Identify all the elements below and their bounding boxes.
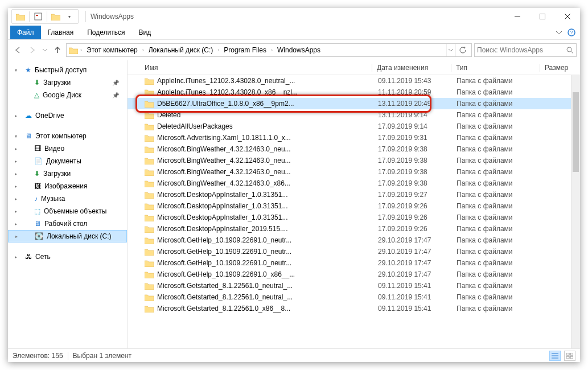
folder-icon	[145, 168, 154, 176]
col-type[interactable]: Тип	[451, 64, 540, 72]
help-icon[interactable]: ?	[568, 28, 575, 36]
qat-dropdown-icon[interactable]: ▾	[63, 11, 76, 22]
forward-button[interactable]	[26, 44, 39, 56]
tree-music[interactable]: ▸♪Музыка	[8, 192, 127, 205]
tree-downloads-pc[interactable]: ▸⬇Загрузки	[8, 167, 127, 180]
col-size[interactable]: Размер	[540, 64, 580, 72]
minimize-button[interactable]	[505, 8, 530, 25]
folder-icon	[145, 89, 154, 96]
folder-icon	[145, 191, 154, 199]
col-date[interactable]: Дата изменения	[372, 64, 451, 72]
column-headers: Имя Дата изменения Тип Размер	[128, 60, 580, 75]
navigation-pane: ▾★Быстрый доступ ⬇Загрузки △Google Диск …	[8, 60, 128, 348]
close-button[interactable]	[555, 8, 580, 25]
tab-view[interactable]: Вид	[131, 26, 158, 39]
breadcrumb-pf[interactable]: Program Files	[221, 44, 269, 56]
file-row[interactable]: Microsoft.GetHelp_10.1909.22691.0_neutr.…	[128, 257, 580, 269]
drive-icon: 💽	[35, 232, 43, 240]
file-name: Microsoft.BingWeather_4.32.12463.0_neu..…	[157, 168, 291, 176]
tree-network[interactable]: ▸🖧Сеть	[8, 250, 127, 263]
breadcrumb-root[interactable]: Этот компьютер	[84, 44, 140, 56]
tab-share[interactable]: Поделиться	[80, 26, 131, 39]
breadcrumb-drive[interactable]: Локальный диск (C:)	[146, 44, 216, 56]
address-bar[interactable]: › Этот компьютер› Локальный диск (C:)› P…	[66, 43, 472, 57]
address-dropdown[interactable]	[446, 44, 454, 56]
search-input[interactable]: Поиск: WindowsApps	[474, 43, 577, 57]
up-button[interactable]	[51, 44, 64, 56]
file-date: 09.11.2019 15:43	[373, 77, 452, 85]
tree-pictures[interactable]: ▸🖼Изображения	[8, 180, 127, 192]
file-row[interactable]: Microsoft.BingWeather_4.32.12463.0_x86..…	[128, 178, 580, 189]
tab-file[interactable]: Файл	[10, 26, 41, 39]
tree-c-drive[interactable]: ▸💽Локальный диск (C:)	[8, 230, 127, 242]
tree-quick-access[interactable]: ▾★Быстрый доступ	[8, 64, 127, 76]
file-row[interactable]: Microsoft.Getstarted_8.1.22561.0_neutral…	[128, 280, 580, 291]
file-name: Microsoft.DesktopAppInstaller_1.0.31351.…	[157, 213, 287, 221]
file-row[interactable]: Microsoft.DesktopAppInstaller_1.0.31351.…	[128, 200, 580, 212]
file-row[interactable]: Microsoft.GetHelp_10.1909.22691.0_neutr.…	[128, 235, 580, 246]
tree-onedrive[interactable]: ▸☁OneDrive	[8, 109, 127, 122]
status-count: 155	[52, 352, 63, 360]
file-type: Папка с файлами	[452, 236, 540, 244]
window-controls	[505, 8, 580, 25]
file-row[interactable]: Microsoft.DesktopAppInstaller_1.0.31351.…	[128, 212, 580, 223]
tab-home[interactable]: Главная	[41, 26, 81, 39]
folder-icon	[145, 112, 154, 119]
back-button[interactable]	[11, 44, 24, 56]
col-name[interactable]: Имя	[140, 64, 372, 72]
file-row[interactable]: Microsoft.BingWeather_4.32.12463.0_neu..…	[128, 166, 580, 178]
tree-3d-objects[interactable]: ▸⬚Объемные объекты	[8, 205, 127, 217]
file-date: 11.11.2019 20:59	[373, 88, 452, 96]
folder-icon	[145, 146, 154, 153]
file-type: Папка с файлами	[452, 134, 540, 142]
view-icons-button[interactable]	[564, 351, 575, 361]
file-row[interactable]: D5BE6627.UltraOffice_1.0.8.0_x86__9pm2..…	[128, 98, 580, 109]
file-name: Microsoft.DesktopAppInstaller_2019.515..…	[157, 225, 287, 233]
file-row[interactable]: DeletedAllUserPackages17.09.2019 9:14Пап…	[128, 121, 580, 132]
tree-desktop[interactable]: ▸🖥Рабочий стол	[8, 217, 127, 230]
file-date: 13.11.2019 9:14	[373, 111, 452, 119]
ribbon-expand[interactable]: ?	[552, 26, 580, 39]
file-row[interactable]: Microsoft.GetHelp_10.1909.22691.0_x86__.…	[128, 269, 580, 280]
view-details-button[interactable]	[549, 351, 561, 361]
file-type: Папка с файлами	[452, 259, 540, 267]
content-pane: Имя Дата изменения Тип Размер AppleInc.i…	[128, 60, 580, 348]
properties-icon[interactable]	[32, 11, 44, 22]
file-name: Microsoft.DesktopAppInstaller_1.0.31351.…	[157, 191, 287, 199]
scrollbar[interactable]	[571, 75, 580, 348]
svg-rect-2	[515, 17, 520, 17]
file-row[interactable]: Microsoft.BingWeather_4.32.12463.0_neu..…	[128, 143, 580, 155]
svg-rect-3	[540, 14, 545, 19]
tree-google-drive[interactable]: △Google Диск	[8, 89, 127, 101]
tree-video[interactable]: ▸🎞Видео	[8, 142, 127, 155]
file-date: 17.09.2019 9:26	[373, 225, 452, 233]
breadcrumb-current[interactable]: WindowsApps	[275, 44, 323, 56]
svg-rect-0	[35, 13, 42, 20]
file-row[interactable]: AppleInc.iTunes_12102.3.43028.0_neutral_…	[128, 75, 580, 87]
file-row[interactable]: Microsoft.Advertising.Xaml_10.1811.1.0_x…	[128, 132, 580, 143]
refresh-button[interactable]	[455, 44, 469, 56]
file-row[interactable]: Deleted13.11.2019 9:14Папка с файлами	[128, 109, 580, 121]
history-dropdown[interactable]	[41, 44, 49, 56]
file-name: Microsoft.BingWeather_4.32.12463.0_x86..…	[157, 179, 290, 187]
file-row[interactable]: Microsoft.Getstarted_8.1.22561.0_neutral…	[128, 291, 580, 303]
tree-downloads[interactable]: ⬇Загрузки	[8, 76, 127, 89]
maximize-button[interactable]	[530, 8, 555, 25]
file-row[interactable]: Microsoft.GetHelp_10.1909.22691.0_neutr.…	[128, 246, 580, 257]
file-list[interactable]: AppleInc.iTunes_12102.3.43028.0_neutral_…	[128, 75, 580, 348]
folder-icon	[145, 248, 154, 256]
status-selection: Выбран 1 элемент	[73, 352, 131, 360]
tree-documents[interactable]: ▸📄Документы	[8, 155, 127, 167]
file-row[interactable]: Microsoft.BingWeather_4.32.12463.0_neu..…	[128, 155, 580, 166]
file-row[interactable]: Microsoft.DesktopAppInstaller_1.0.31351.…	[128, 189, 580, 200]
tree-this-pc[interactable]: ▾🖥Этот компьютер	[8, 130, 127, 142]
file-row[interactable]: Microsoft.DesktopAppInstaller_2019.515..…	[128, 223, 580, 235]
file-row[interactable]: AppleInc.iTunes_12102.3.43028.0_x86__nzl…	[128, 87, 580, 98]
folder-icon	[145, 271, 154, 278]
file-name: D5BE6627.UltraOffice_1.0.8.0_x86__9pm2..…	[157, 100, 294, 108]
file-name: AppleInc.iTunes_12102.3.43028.0_x86__nzl…	[157, 88, 298, 96]
file-type: Папка с файлами	[452, 282, 540, 290]
pictures-icon: 🖼	[34, 182, 41, 190]
file-date: 17.09.2019 9:26	[373, 202, 452, 210]
file-row[interactable]: Microsoft.Getstarted_8.1.22561.0_x86__8.…	[128, 303, 580, 314]
